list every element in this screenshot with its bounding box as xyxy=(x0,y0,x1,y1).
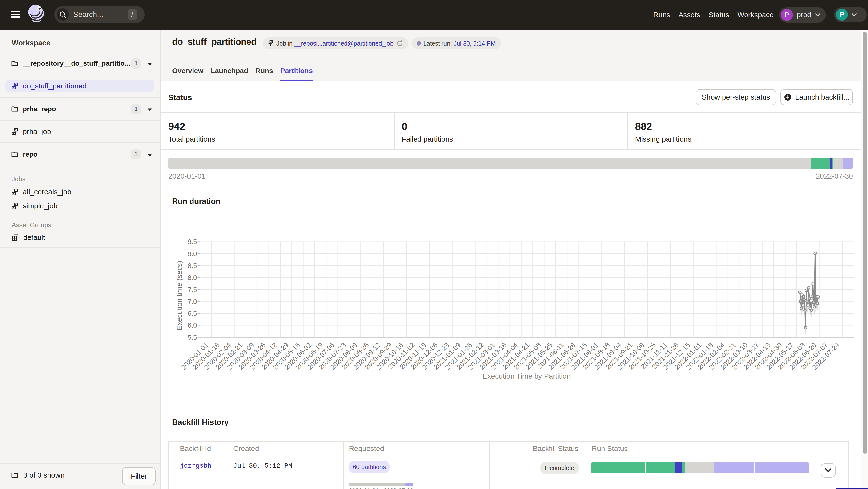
svg-text:9.5: 9.5 xyxy=(188,238,197,246)
svg-text:5.5: 5.5 xyxy=(188,334,197,341)
svg-text:Execution Time by Partition: Execution Time by Partition xyxy=(483,372,571,380)
svg-text:Execution time (secs): Execution time (secs) xyxy=(175,261,183,330)
svg-text:6.0: 6.0 xyxy=(188,322,197,329)
svg-text:9.0: 9.0 xyxy=(188,250,197,258)
svg-text:8.5: 8.5 xyxy=(188,262,197,269)
svg-text:7.0: 7.0 xyxy=(188,298,197,305)
svg-text:6.5: 6.5 xyxy=(188,310,197,317)
svg-text:7.5: 7.5 xyxy=(188,286,197,293)
svg-text:8.0: 8.0 xyxy=(188,274,197,281)
